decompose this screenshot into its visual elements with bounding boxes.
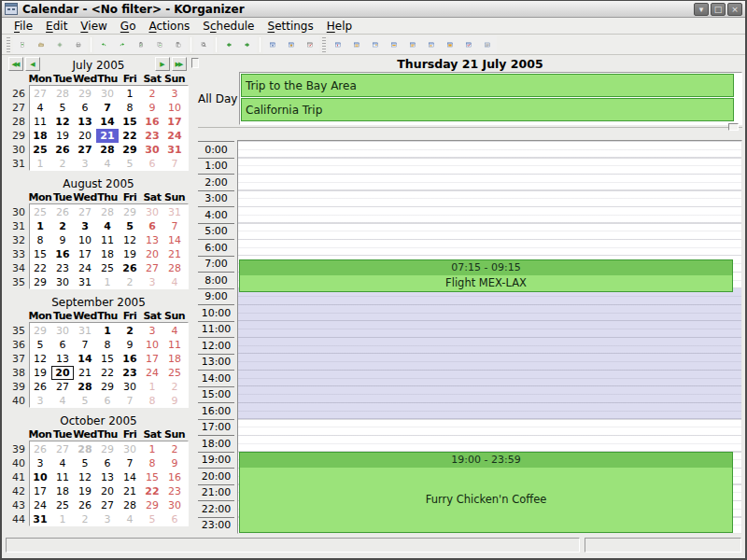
- day-cell[interactable]: 10: [29, 470, 51, 484]
- day-cell[interactable]: 20: [51, 366, 74, 380]
- day-cell[interactable]: 13: [96, 470, 119, 484]
- day-cell[interactable]: 7: [119, 456, 141, 470]
- menu-settings[interactable]: Settings: [261, 19, 320, 34]
- view-month-button[interactable]: [441, 35, 459, 54]
- day-cell[interactable]: 20: [96, 484, 119, 498]
- day-cell[interactable]: 19: [119, 247, 141, 261]
- day-cell[interactable]: 5: [74, 456, 96, 470]
- day-cell[interactable]: 1: [96, 324, 119, 338]
- cut-button[interactable]: [132, 35, 150, 54]
- day-cell[interactable]: 26: [51, 205, 74, 219]
- day-cell[interactable]: 18: [51, 484, 74, 498]
- view-workweek-button[interactable]: [385, 35, 403, 54]
- day-cell[interactable]: 16: [141, 115, 163, 129]
- day-cell[interactable]: 6: [74, 101, 96, 115]
- day-cell[interactable]: 5: [119, 157, 141, 171]
- close-button[interactable]: ×: [727, 3, 742, 16]
- day-cell[interactable]: 30: [163, 498, 186, 512]
- day-cell[interactable]: 6: [96, 394, 119, 408]
- day-cell[interactable]: 11: [163, 338, 186, 352]
- menu-help[interactable]: Help: [320, 19, 359, 34]
- allday-event[interactable]: California Trip: [241, 98, 734, 121]
- day-cell[interactable]: 15: [96, 352, 119, 366]
- day-cell[interactable]: 8: [141, 394, 163, 408]
- day-cell[interactable]: 19: [51, 129, 74, 143]
- day-cell[interactable]: 25: [29, 205, 51, 219]
- day-cell[interactable]: 10: [141, 338, 163, 352]
- day-cell[interactable]: 20: [74, 129, 96, 143]
- day-cell[interactable]: 26: [119, 261, 141, 275]
- day-cell[interactable]: 23: [141, 129, 163, 143]
- view-xdays-button[interactable]: [422, 35, 441, 54]
- day-cell[interactable]: 7: [96, 101, 119, 115]
- day-cell[interactable]: 14: [74, 352, 96, 366]
- day-cell[interactable]: 5: [74, 394, 96, 408]
- day-cell[interactable]: 19: [29, 366, 51, 380]
- day-cell[interactable]: 6: [51, 338, 74, 352]
- menu-file[interactable]: File: [7, 19, 39, 34]
- day-cell[interactable]: 27: [141, 261, 163, 275]
- day-cell[interactable]: 20: [141, 247, 163, 261]
- day-cell[interactable]: 30: [119, 380, 141, 394]
- titlebar[interactable]: Calendar - <No filter> - KOrganizer ▾ □ …: [2, 1, 745, 18]
- day-cell[interactable]: 5: [29, 338, 51, 352]
- day-cell[interactable]: 8: [29, 233, 51, 247]
- day-cell[interactable]: 29: [96, 380, 119, 394]
- agenda-event[interactable]: 19:00 - 23:59Furry Chicken'n Coffee: [239, 452, 733, 533]
- day-cell[interactable]: 1: [51, 512, 74, 526]
- view-day-button[interactable]: [366, 35, 385, 54]
- day-cell[interactable]: 19: [74, 484, 96, 498]
- day-cell[interactable]: 2: [163, 380, 186, 394]
- day-cell[interactable]: 30: [51, 324, 74, 338]
- day-cell[interactable]: 24: [141, 366, 163, 380]
- day-cell[interactable]: 21: [74, 366, 96, 380]
- day-cell[interactable]: 26: [51, 143, 74, 157]
- splitter-handle-icon[interactable]: [728, 123, 739, 131]
- day-cell[interactable]: 28: [96, 205, 119, 219]
- day-cell[interactable]: 12: [119, 233, 141, 247]
- day-cell[interactable]: 27: [96, 498, 119, 512]
- day-cell[interactable]: 31: [163, 205, 186, 219]
- day-cell[interactable]: 1: [141, 380, 163, 394]
- day-cell[interactable]: 5: [119, 219, 141, 233]
- redo-button[interactable]: [113, 35, 132, 54]
- day-cell[interactable]: 4: [163, 324, 186, 338]
- day-cell[interactable]: 28: [74, 442, 96, 456]
- day-cell[interactable]: 2: [74, 512, 96, 526]
- day-cell[interactable]: 11: [29, 115, 51, 129]
- day-cell[interactable]: 3: [29, 394, 51, 408]
- day-cell[interactable]: 24: [29, 498, 51, 512]
- menu-actions[interactable]: Actions: [142, 19, 196, 34]
- whats-next-button[interactable]: [263, 35, 282, 54]
- day-cell[interactable]: 22: [96, 366, 119, 380]
- day-cell[interactable]: 22: [141, 484, 163, 498]
- day-cell[interactable]: 2: [163, 442, 186, 456]
- menu-go[interactable]: Go: [114, 19, 143, 34]
- day-cell[interactable]: 15: [119, 115, 141, 129]
- day-cell[interactable]: 30: [141, 143, 163, 157]
- day-cell[interactable]: 28: [51, 87, 74, 101]
- day-cell[interactable]: 3: [74, 219, 96, 233]
- day-cell[interactable]: 4: [96, 219, 119, 233]
- view-todolist-button[interactable]: [459, 35, 478, 54]
- next-year-button[interactable]: ▶▶: [172, 57, 187, 71]
- day-cell[interactable]: 13: [51, 352, 74, 366]
- day-cell[interactable]: 28: [74, 380, 96, 394]
- day-cell[interactable]: 30: [119, 442, 141, 456]
- day-cell[interactable]: 3: [163, 87, 186, 101]
- day-cell[interactable]: 25: [51, 498, 74, 512]
- day-cell[interactable]: 7: [74, 338, 96, 352]
- view-whatsnext-button[interactable]: [329, 35, 347, 54]
- day-cell[interactable]: 21: [96, 129, 119, 143]
- day-cell[interactable]: 24: [163, 129, 186, 143]
- day-cell[interactable]: 26: [29, 442, 51, 456]
- day-cell[interactable]: 8: [141, 456, 163, 470]
- day-cell[interactable]: 12: [51, 115, 74, 129]
- day-cell[interactable]: 17: [74, 247, 96, 261]
- day-cell[interactable]: 6: [163, 512, 186, 526]
- day-cell[interactable]: 2: [51, 219, 74, 233]
- day-cell[interactable]: 16: [51, 247, 74, 261]
- day-cell[interactable]: 18: [29, 129, 51, 143]
- day-cell[interactable]: 10: [163, 101, 186, 115]
- day-cell[interactable]: 14: [96, 115, 119, 129]
